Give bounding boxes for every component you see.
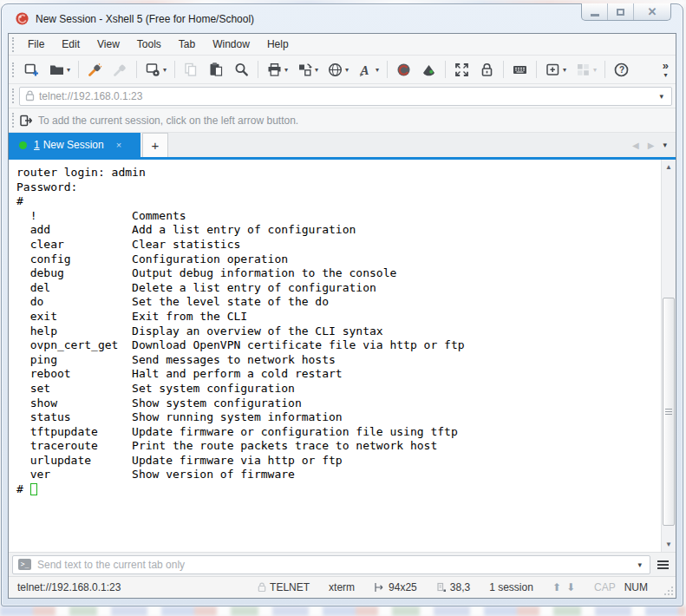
arrange-dropdown-caret: ▾ — [315, 66, 318, 74]
font-decrease-icon[interactable]: ⬇ — [566, 581, 575, 593]
new-tab-button[interactable]: ▾ — [541, 59, 570, 81]
address-input[interactable]: telnet://192.168.0.1:23 ▾ — [19, 87, 672, 106]
address-dropdown-caret[interactable]: ▾ — [657, 92, 666, 101]
scroll-up-icon[interactable]: ▲ — [662, 160, 676, 174]
status-lock-icon — [258, 582, 266, 593]
tab-new-session[interactable]: 1 New Session × — [9, 133, 140, 157]
status-protocol: TELNET — [258, 581, 310, 593]
window-resize-grip[interactable] — [663, 586, 674, 596]
status-session-count: 1 session — [489, 581, 533, 593]
scrollbar-thumb-grip — [665, 409, 672, 415]
disconnect-button[interactable] — [108, 59, 132, 81]
menu-tools[interactable]: Tools — [128, 35, 170, 54]
copy-icon — [183, 62, 199, 78]
lock-screen-button[interactable] — [475, 59, 499, 81]
close-button[interactable]: ✕ — [634, 3, 670, 20]
web-browser-icon — [327, 62, 343, 78]
properties-dropdown-caret: ▾ — [163, 66, 167, 74]
menu-edit[interactable]: Edit — [53, 35, 88, 54]
help-button[interactable]: ? — [610, 59, 633, 81]
cursor-position-icon — [436, 582, 447, 593]
scroll-down-icon[interactable]: ▼ — [662, 537, 676, 552]
session-connected-dot — [19, 141, 27, 149]
close-icon: ✕ — [648, 6, 657, 17]
caps-lock-indicator: CAP — [594, 581, 616, 593]
tile-windows-button[interactable]: ▾ — [572, 59, 600, 81]
toolbar-separator — [78, 61, 79, 78]
connect-button[interactable] — [83, 59, 107, 81]
arrange-scheme-icon — [297, 62, 313, 78]
tab-list-dropdown-icon[interactable]: ▾ — [663, 141, 667, 149]
font-button[interactable]: A ▾ — [354, 59, 382, 81]
overflow-chevron-icon: » — [663, 60, 669, 71]
xshell-app-icon — [15, 11, 29, 26]
tab-label: New Session — [43, 139, 104, 151]
scrollbar-track[interactable] — [662, 174, 676, 537]
xshell-logo-button[interactable] — [392, 59, 415, 81]
new-session-button[interactable] — [20, 59, 43, 81]
tab-bar: 1 New Session × + ◀ ▶ ▾ — [9, 133, 676, 157]
session-properties-button[interactable]: ▾ — [141, 59, 170, 81]
open-folder-button[interactable]: ▾ — [45, 59, 74, 81]
soft-keyboard-icon — [512, 62, 528, 78]
screen-size-label: 94x25 — [389, 581, 417, 593]
toolbar-overflow-button[interactable]: » ▾ — [659, 57, 672, 82]
tab-close-icon[interactable]: × — [116, 140, 121, 150]
terminal-text: router login: admin Password: # ! Commen… — [16, 166, 661, 482]
desktop-blur-bottom — [0, 606, 686, 616]
address-bar: telnet://192.168.0.1:23 ▾ — [9, 84, 676, 108]
scrollbar-thumb[interactable] — [663, 298, 675, 526]
toolbar-separator — [174, 61, 175, 78]
prev-tab-icon[interactable]: ◀ — [632, 141, 639, 150]
web-browser-button[interactable]: ▾ — [323, 59, 352, 81]
font-increase-icon[interactable]: ⬆ — [552, 581, 561, 593]
menu-help[interactable]: Help — [258, 35, 297, 54]
menubar-drag-grip[interactable] — [12, 37, 14, 52]
terminal-prompt: # — [16, 482, 30, 497]
tile-dropdown-caret: ▾ — [593, 66, 597, 74]
fullscreen-button[interactable] — [450, 59, 474, 81]
infobar-drag-grip[interactable] — [12, 113, 14, 128]
add-session-arrow-icon[interactable] — [19, 114, 33, 128]
xshell-logo-icon — [395, 62, 412, 78]
info-message: To add the current session, click on the… — [38, 115, 298, 127]
svg-text:?: ? — [619, 65, 624, 75]
cursor-position-label: 38,3 — [450, 581, 470, 593]
xshell-window: New Session - Xshell 5 (Free for Home/Sc… — [1, 3, 683, 606]
terminal-cursor — [30, 483, 37, 495]
xftp-logo-button[interactable] — [417, 59, 441, 81]
find-icon — [233, 62, 250, 78]
restore-button[interactable] — [608, 3, 634, 20]
font-size-controls: ⬆ ⬇ — [552, 581, 575, 593]
menu-window[interactable]: Window — [204, 35, 258, 54]
send-history-dropdown-caret[interactable]: ▾ — [635, 560, 644, 569]
menu-view[interactable]: View — [88, 35, 128, 54]
compose-bar-menu-icon[interactable] — [657, 560, 669, 569]
minimize-button[interactable] — [582, 3, 608, 20]
open-folder-icon — [49, 62, 65, 78]
desktop-background: New Session - Xshell 5 (Free for Home/Sc… — [0, 0, 686, 616]
arrange-scheme-button[interactable]: ▾ — [293, 59, 322, 81]
new-tab-plus-button[interactable]: + — [142, 133, 168, 157]
client-area: File Edit View Tools Tab Window Help — [8, 33, 676, 599]
terminal-output[interactable]: router login: admin Password: # ! Commen… — [9, 160, 661, 552]
address-value: telnet://192.168.0.1:23 — [39, 90, 657, 102]
toolbar-drag-grip[interactable] — [12, 62, 14, 77]
copy-button[interactable] — [180, 59, 203, 81]
addressbar-drag-grip[interactable] — [12, 88, 14, 103]
send-text-input[interactable]: >_ Send text to the current tab only ▾ — [12, 555, 650, 574]
soft-keyboard-button[interactable] — [508, 59, 532, 81]
paste-button[interactable] — [205, 59, 228, 81]
terminal-prompt-line: # — [16, 482, 661, 497]
print-button[interactable]: ▾ — [263, 59, 291, 81]
next-tab-icon[interactable]: ▶ — [648, 141, 655, 150]
window-title: New Session - Xshell 5 (Free for Home/Sc… — [36, 13, 254, 25]
terminal-area: router login: admin Password: # ! Commen… — [9, 160, 676, 552]
find-button[interactable] — [230, 59, 253, 81]
titlebar[interactable]: New Session - Xshell 5 (Free for Home/Sc… — [8, 4, 676, 33]
toolbar-separator — [258, 61, 258, 78]
menu-tab[interactable]: Tab — [170, 35, 204, 54]
send-text-placeholder: Send text to the current tab only — [37, 559, 635, 571]
menu-file[interactable]: File — [19, 35, 53, 54]
terminal-scrollbar[interactable]: ▲ ▼ — [661, 160, 676, 552]
